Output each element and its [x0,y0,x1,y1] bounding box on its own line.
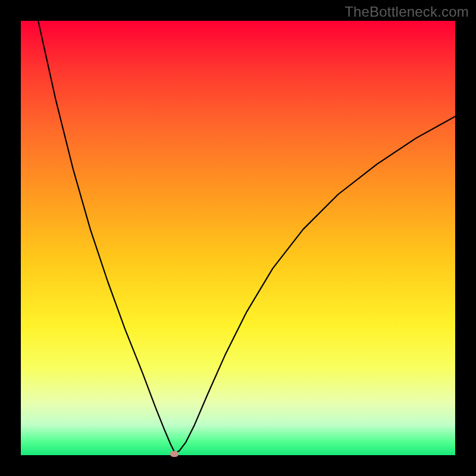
curve-line [38,21,455,453]
chart-svg [21,21,455,455]
watermark-text: TheBottleneck.com [345,4,469,20]
min-marker [170,451,178,457]
